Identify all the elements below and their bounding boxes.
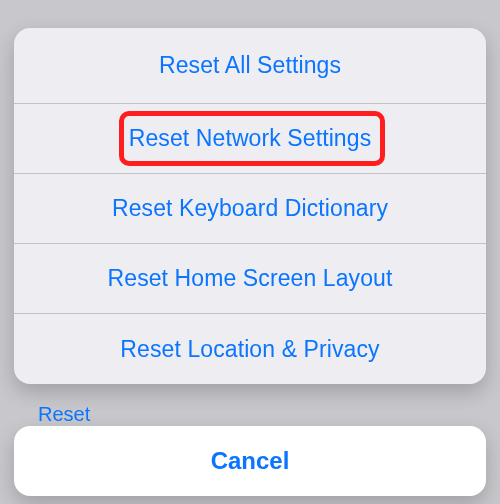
action-item-label: Reset Location & Privacy [120, 336, 379, 363]
action-sheet: Reset All Settings Reset Network Setting… [14, 28, 486, 384]
background-partial-text: Reset [38, 403, 90, 425]
cancel-button[interactable]: Cancel [14, 426, 486, 496]
background-partial-row: Reset [38, 403, 90, 426]
reset-all-settings-item[interactable]: Reset All Settings [14, 28, 486, 104]
reset-location-privacy-item[interactable]: Reset Location & Privacy [14, 314, 486, 384]
action-item-label: Reset Keyboard Dictionary [112, 195, 388, 222]
cancel-label: Cancel [211, 447, 290, 475]
action-item-label: Reset Network Settings [129, 125, 372, 152]
reset-network-settings-item[interactable]: Reset Network Settings [14, 104, 486, 174]
reset-keyboard-dictionary-item[interactable]: Reset Keyboard Dictionary [14, 174, 486, 244]
action-item-label: Reset All Settings [159, 52, 341, 79]
reset-home-screen-layout-item[interactable]: Reset Home Screen Layout [14, 244, 486, 314]
action-item-label: Reset Home Screen Layout [108, 265, 393, 292]
